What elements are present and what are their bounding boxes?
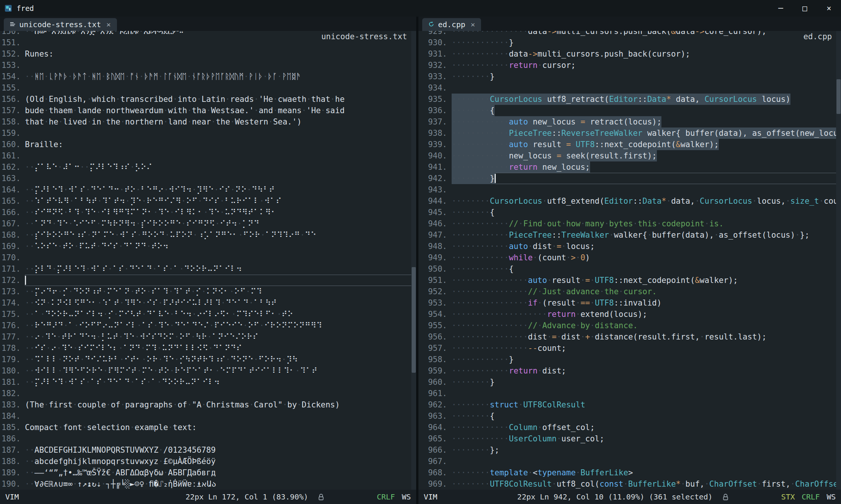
editor-line[interactable]: 963.········{	[420, 410, 841, 422]
editor-line[interactable]: 937.············auto·new_locus·=·retract…	[420, 116, 841, 128]
editor-line[interactable]: 183.(The·first·couple·of·paragraphs·of·"…	[2, 399, 416, 410]
editor-line[interactable]: 166.··⠎⠊⠛⠝⠫·⠃⠹·⠹⠑·⠊⠇⠻⠛⠹⠍⠁⠝⠂·⠹⠑·⠊⠇⠻⠅⠂·⠹⠑·…	[2, 207, 416, 218]
editor-line[interactable]: 152.Runes:	[2, 48, 416, 60]
editor-line[interactable]: 947.············PieceTree::TreeWalker·wa…	[420, 229, 841, 241]
maximize-button[interactable]: □	[793, 0, 817, 17]
editor-line[interactable]: 965.············UserColumn·user_col;	[420, 433, 841, 444]
editor-line[interactable]: 187.··ABCDEFGHIJKLMNOPQRSTUVWXYZ·/012345…	[2, 444, 416, 456]
close-button[interactable]: ×	[817, 0, 841, 17]
editor-line[interactable]: 178.··⠊⠎·⠔·⠹⠑·⠎⠊⠍⠊⠇⠑⠆·⠁⠝⠙·⠍⠹·⠥⠝⠙⠁⠇⠇⠪⠫·⠙⠁…	[2, 343, 416, 354]
tab-unicode-stress[interactable]: unicode-stress.txt ×	[4, 18, 117, 31]
editor-line[interactable]: 967.	[420, 456, 841, 467]
editor-line[interactable]: 157.bude·thaem·lande·northweardum·with·t…	[2, 105, 416, 116]
editor-line[interactable]: 948.············auto·dist·=·locus;	[420, 241, 841, 252]
editor-line[interactable]: 153.	[2, 60, 416, 71]
editor-line[interactable]: 950.············{	[420, 263, 841, 275]
editor-line[interactable]: 177.··⠔·⠹⠑·⠞⠗⠁⠙⠑⠲·⡃⠥⠞·⠹⠑·⠺⠊⠎⠙⠕⠍·⠕⠋·⠳⠗·⠁⠝…	[2, 331, 416, 343]
editor-line[interactable]: 955.················//·Advance·by·distan…	[420, 320, 841, 331]
editor-line[interactable]: 182.	[2, 388, 416, 399]
editor-line[interactable]: 173.··⡍⠔⠙⠖·⡊·⠙⠕⠝⠰⠞·⠍⠑⠁⠝·⠞⠕·⠎⠁⠹·⠹⠁⠞·⡊·⠅⠝⠪…	[2, 286, 416, 297]
editor-line[interactable]: 159.	[2, 128, 416, 139]
editor-line[interactable]: 158.that·he·lived·in·the·northern·land·n…	[2, 116, 416, 128]
editor-line[interactable]: 156.(Old·English,·which·transcribed·into…	[2, 94, 416, 105]
editor-line[interactable]: 941.············return·new_locus;	[420, 161, 841, 173]
text-cursor	[495, 174, 496, 183]
editor-line[interactable]: 174.··⠪⠝·⠅⠝⠪⠇⠫⠛⠑⠂·⠱⠁⠞·⠹⠻⠑·⠊⠎·⠏⠜⠞⠊⠊⠥⠇⠜⠇⠹·…	[2, 297, 416, 309]
editor-line[interactable]: 163.	[2, 173, 416, 184]
line-number: 159.	[2, 128, 20, 139]
editor-line[interactable]: 960.········}	[420, 376, 841, 388]
line-number: 941.	[420, 161, 447, 173]
editor-line[interactable]: 161.	[2, 150, 416, 161]
minimize-button[interactable]: ─	[769, 0, 793, 17]
editor-line[interactable]: 964.············Column·offset_col;	[420, 422, 841, 433]
scrollbar-thumb[interactable]	[412, 267, 416, 373]
editor-left[interactable]: 150.··ሰው·እንደቤቱ·እንጅ·እንደ·ጉረቤቱ·አይተዳደርም።151.…	[0, 31, 416, 490]
editor-line[interactable]: 959.············return·dist;	[420, 365, 841, 376]
editor-line[interactable]: 169.··⠡⠕⠎⠑·⠞⠕·⠏⠥⠞·⠙⠊⠎·⠙⠁⠝⠙·⠞⠕⠲	[2, 241, 416, 252]
editor-line[interactable]: 958.············}	[420, 354, 841, 365]
editor-line[interactable]: 953.················if·(result·==·UTF8::…	[420, 297, 841, 309]
lock-icon[interactable]	[723, 493, 729, 501]
editor-line[interactable]: 190.··∀∂∈ℝ∧∪≡∞·↑↗↨↻⇣·┐┼╔╘░►☺♀·ﬁ�⑀₂ἠḂӥẄɐː…	[2, 478, 416, 490]
editor-line[interactable]: 165.··⠱⠁⠞⠑⠧⠻·⠁⠃⠳⠞·⠹⠁⠞⠲·⡹⠑·⠗⠑⠛⠊⠌⠻·⠕⠋·⠙⠊⠎·…	[2, 195, 416, 207]
editor-line[interactable]: 952.················//·Just·advance·the·…	[420, 286, 841, 297]
scrollbar[interactable]	[411, 31, 416, 490]
editor-line[interactable]: 956.················dist·=·dist·+·distan…	[420, 331, 841, 343]
tabbar-left: unicode-stress.txt ×	[0, 17, 416, 31]
editor-line[interactable]: 160.Braille:	[2, 139, 416, 150]
editor-line[interactable]: 931.············data->multi_cursors.push…	[420, 48, 841, 60]
editor-line[interactable]: 184.	[2, 410, 416, 422]
editor-line[interactable]: 946.············//·Find·out·how·many·byt…	[420, 218, 841, 229]
editor-line[interactable]: 966.········};	[420, 444, 841, 456]
editor-line[interactable]: 189.··–—‘“”„†•…‰™œŠŸž€·ΑΒΓΔΩαβγδω·АБВГДа…	[2, 467, 416, 478]
line-number: 955.	[420, 320, 447, 331]
editor-line[interactable]: 944.········CursorLocus·utf8_extend(Edit…	[420, 195, 841, 207]
scrollbar-thumb[interactable]	[836, 79, 841, 114]
editor-line[interactable]: 943.	[420, 184, 841, 195]
editor-line[interactable]: 939.············auto·result·=·UTF8::next…	[420, 139, 841, 150]
editor-line[interactable]: 171.··⡕⠇⠙·⡍⠜⠇⠑⠹·⠺⠁⠎·⠁⠎·⠙⠑⠁⠙·⠁⠎·⠁·⠙⠕⠕⠗⠤⠝⠁…	[2, 263, 416, 275]
editor-line[interactable]: 961.	[420, 388, 841, 399]
editor-line[interactable]: 935.········CursorLocus·utf8_retract(Edi…	[420, 94, 841, 105]
tab-close-icon[interactable]: ×	[106, 20, 111, 29]
editor-line[interactable]: 185.Compact·font·selection·example·text:	[2, 422, 416, 433]
editor-line[interactable]: 929.················data->multi_cursors.…	[420, 31, 841, 37]
editor-line[interactable]: 932.············return·cursor;	[420, 60, 841, 71]
editor-line[interactable]: 176.··⠗⠑⠛⠜⠙·⠁·⠊⠕⠋⠋⠔⠤⠝⠁⠊⠇·⠁⠎·⠹⠑·⠙⠑⠁⠙⠑⠌·⠏⠊…	[2, 320, 416, 331]
editor-line[interactable]: 940.············new_locus·=·seek(result.…	[420, 150, 841, 161]
editor-line[interactable]: 181.··⡍⠜⠇⠑⠹·⠺⠁⠎·⠁⠎·⠙⠑⠁⠙·⠁⠎·⠁·⠙⠕⠕⠗⠤⠝⠁⠊⠇⠲	[2, 376, 416, 388]
editor-line[interactable]: 968.········template·<typename·BufferLik…	[420, 467, 841, 478]
editor-line[interactable]: 172.	[2, 275, 416, 286]
editor-line[interactable]: 179.··⠩⠁⠇⠇·⠝⠕⠞·⠙⠊⠌⠥⠗⠃·⠊⠞⠂·⠕⠗·⠹⠑·⡊⠳⠝⠞⠗⠹⠰⠎…	[2, 354, 416, 365]
editor-line[interactable]: 938.············PieceTree::ReverseTreeWa…	[420, 128, 841, 139]
editor-line[interactable]: 155.	[2, 82, 416, 94]
editor-line[interactable]: 168.··⡎⠊⠗⠕⠕⠛⠑⠰⠎·⠝⠁⠍⠑·⠺⠁⠎·⠛⠕⠕⠙·⠥⠏⠕⠝·⠰⡡⠁⠝⠛…	[2, 229, 416, 241]
editor-line[interactable]: 164.··⡍⠜⠇⠑⠹·⠺⠁⠎·⠙⠑⠁⠙⠒·⠞⠕·⠃⠑⠛⠔·⠺⠊⠹⠲·⡹⠻⠑·⠊…	[2, 184, 416, 195]
tab-ed-cpp[interactable]: ed.cpp ×	[422, 18, 481, 31]
editor-line[interactable]: 180.··⠺⠊⠇⠇·⠹⠻⠑⠋⠕⠗⠑·⠏⠻⠍⠊⠞·⠍⠑·⠞⠕·⠗⠑⠏⠑⠁⠞⠂·⠑…	[2, 365, 416, 376]
lock-icon[interactable]	[318, 493, 324, 501]
editor-line[interactable]: 936.········{	[420, 105, 841, 116]
editor-line[interactable]: 962.········struct·UTF8ColResult	[420, 399, 841, 410]
editor-line[interactable]: 170.	[2, 252, 416, 263]
editor-line[interactable]: 949.············while·(count·>·0)	[420, 252, 841, 263]
editor-line[interactable]: 186.	[2, 433, 416, 444]
editor-line[interactable]: 954.····················return·extend(lo…	[420, 309, 841, 320]
editor-line[interactable]: 167.··⠁⠝⠙·⠹⠑·⠡⠊⠑⠋·⠍⠳⠗⠝⠻⠲·⡎⠊⠗⠕⠕⠛⠑·⠎⠊⠛⠝⠫·⠊…	[2, 218, 416, 229]
editor-line[interactable]: 957.················--count;	[420, 343, 841, 354]
editor-right[interactable]: 929.················data->multi_cursors.…	[418, 31, 841, 490]
editor-line[interactable]: 930.············}	[420, 37, 841, 48]
editor-line[interactable]: 162.··⡌⠁⠧⠑·⠼⠁⠒··⡍⠜⠇⠑⠹⠰⠎·⡣⠕⠌	[2, 161, 416, 173]
scrollbar[interactable]	[836, 31, 841, 490]
editor-line[interactable]: 934.	[420, 82, 841, 94]
editor-line[interactable]: 951.················auto·result·=·UTF8::…	[420, 275, 841, 286]
editor-line[interactable]: 942.········}	[420, 173, 841, 184]
editor-line[interactable]: 945.········{	[420, 207, 841, 218]
editor-line[interactable]: 188.··abcdefghijklmnopqrstuvwxyz·£©µÀÆÖÞ…	[2, 456, 416, 467]
editor-line[interactable]: 969.········UTF8ColResult·utf8_col(const…	[420, 478, 841, 490]
editor-line[interactable]: 154.··ᚻᛖ·ᚳᚹᚫᚦ·ᚦᚫᛏ·ᚻᛖ·ᛒᚢᛞᛖ·ᚩᚾ·ᚦᚫᛗ·ᛚᚪᚾᛞᛖ·ᚾ…	[2, 71, 416, 82]
editor-line[interactable]: 933.········}	[420, 71, 841, 82]
editor-line[interactable]: 175.··⠁·⠙⠕⠕⠗⠤⠝⠁⠊⠇⠲·⡊·⠍⠊⠣⠞·⠙⠁⠧⠑·⠃⠑⠲·⠔⠊⠇⠔⠫…	[2, 309, 416, 320]
tab-close-icon[interactable]: ×	[470, 20, 475, 29]
